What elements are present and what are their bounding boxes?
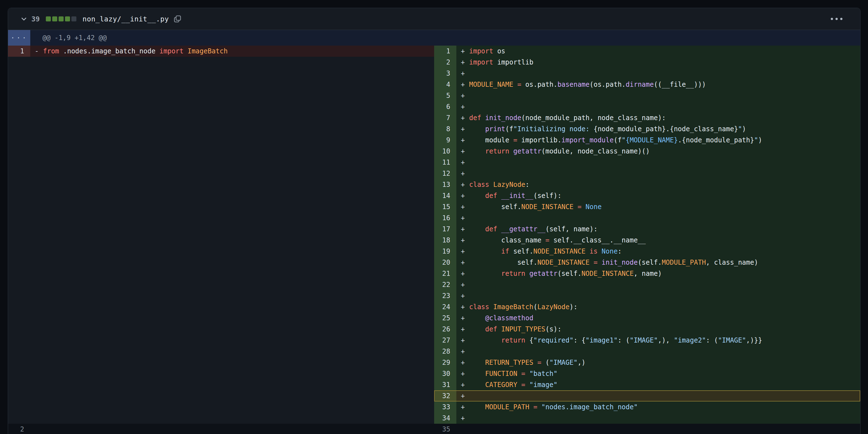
code-line: module = importlib.import_module(f"{MODU… [469,135,860,146]
line-number[interactable]: 3 [434,68,456,79]
line-number[interactable]: 1 [8,46,30,57]
diff-marker: + [456,190,469,201]
diff-marker: - [30,46,43,57]
line-number[interactable]: 21 [434,268,456,279]
line-number[interactable]: 30 [434,368,456,379]
diff-row: 1-from .nodes.image_batch_node import Im… [8,46,434,57]
line-number[interactable]: 13 [434,179,456,190]
diff-marker: + [456,90,469,101]
line-number[interactable]: 34 [434,413,456,424]
diff-marker: + [456,268,469,279]
code-line [469,90,860,101]
line-number[interactable]: 15 [434,201,456,212]
line-number[interactable]: 6 [434,101,456,112]
line-number[interactable]: 32 [434,390,456,402]
file-name[interactable]: non_lazy/__init__.py [83,15,169,23]
line-number[interactable]: 17 [434,224,456,235]
code-line: return {"required": {"image1": ("IMAGE",… [469,335,860,346]
diff-marker: + [456,112,469,123]
line-number[interactable]: 25 [434,313,456,324]
line-number[interactable]: 8 [434,123,456,135]
code-line: class LazyNode: [469,179,860,190]
diff-row: 8+ print(f"Initializing node: {node_modu… [434,123,860,135]
collapse-file-button[interactable] [19,14,29,24]
line-number[interactable]: 18 [434,235,456,246]
line-number[interactable]: 2 [8,424,30,434]
diff-row: 14+ def __init__(self): [434,190,860,201]
copy-path-button[interactable] [173,14,182,24]
diff-marker: + [456,224,469,235]
diff-row: 1+import os [434,46,860,57]
line-number[interactable]: 14 [434,190,456,201]
line-number[interactable]: 10 [434,146,456,157]
line-number[interactable]: 11 [434,157,456,168]
hunk-label: @@ -1,9 +1,42 @@ [30,30,107,46]
code-line: FUNCTION = "batch" [469,368,860,379]
diff-row: 22+ [434,279,860,290]
chevron-down-icon [20,15,28,23]
file-options-button[interactable] [829,16,845,22]
diff-marker: + [456,79,469,90]
line-number[interactable]: 29 [434,357,456,368]
code-line [469,279,860,290]
line-number[interactable]: 31 [434,379,456,390]
diff-marker: + [456,179,469,190]
diff-row: 17+ def __getattr__(self, name): [434,224,860,235]
hunk-header-row: ··· @@ -1,9 +1,42 @@ [8,30,860,46]
diff-marker: + [456,135,469,146]
code-line: if self.NODE_INSTANCE is None: [469,246,860,257]
code-line: @classmethod [469,313,860,324]
diff-marker: + [456,68,469,79]
code-line: import importlib [469,57,860,68]
line-number[interactable]: 28 [434,346,456,357]
diff-row: 12+ [434,168,860,179]
diff-row: 4+MODULE_NAME = os.path.basename(os.path… [434,79,860,90]
line-number[interactable]: 22 [434,279,456,290]
line-number[interactable]: 5 [434,90,456,101]
copy-icon [173,14,182,24]
line-number[interactable]: 1 [434,46,456,57]
line-number[interactable]: 7 [434,112,456,123]
diff-row: 34+ [434,413,860,424]
line-number[interactable]: 9 [434,135,456,146]
diff-marker: + [456,324,469,335]
diff-row: 32+ [434,390,860,402]
line-number[interactable]: 24 [434,301,456,313]
diff-row: 3+ [434,68,860,79]
line-number[interactable]: 27 [434,335,456,346]
file-header: 39 non_lazy/__init__.py [8,8,860,30]
diff-marker: + [456,101,469,112]
line-number[interactable]: 19 [434,246,456,257]
line-number[interactable]: 23 [434,290,456,301]
expand-hunk-button[interactable]: ··· [8,30,30,46]
code-line [469,157,860,168]
code-line: return getattr(self.NODE_INSTANCE, name) [469,268,860,279]
line-number[interactable]: 4 [434,79,456,90]
code-line: def __init__(self): [469,190,860,201]
diff-row: 5+ [434,90,860,101]
code-line [469,68,860,79]
line-number[interactable]: 35 [434,424,456,434]
diffstat-block [59,17,64,21]
line-number[interactable]: 12 [434,168,456,179]
changes-count: 39 [31,15,40,23]
line-number[interactable]: 20 [434,257,456,268]
empty-diff-filler [8,57,434,424]
code-line [469,413,860,424]
code-line: return getattr(module, node_class_name)(… [469,146,860,157]
line-number[interactable]: 16 [434,212,456,224]
diff-marker: + [456,212,469,224]
line-number[interactable]: 26 [434,324,456,335]
diff-row: 2+import importlib [434,57,860,68]
line-number[interactable]: 2 [434,57,456,68]
diff-row: 7+def init_node(node_module_path, node_c… [434,112,860,123]
diffstat-block [71,17,76,21]
diff-row: 18+ class_name = self.__class__.__name__ [434,235,860,246]
code-line [43,424,434,434]
line-number[interactable]: 33 [434,402,456,413]
diff-marker: + [456,301,469,313]
diff-marker: + [456,168,469,179]
diff-row: 23+ [434,290,860,301]
diff-marker: + [456,357,469,368]
code-line [469,101,860,112]
